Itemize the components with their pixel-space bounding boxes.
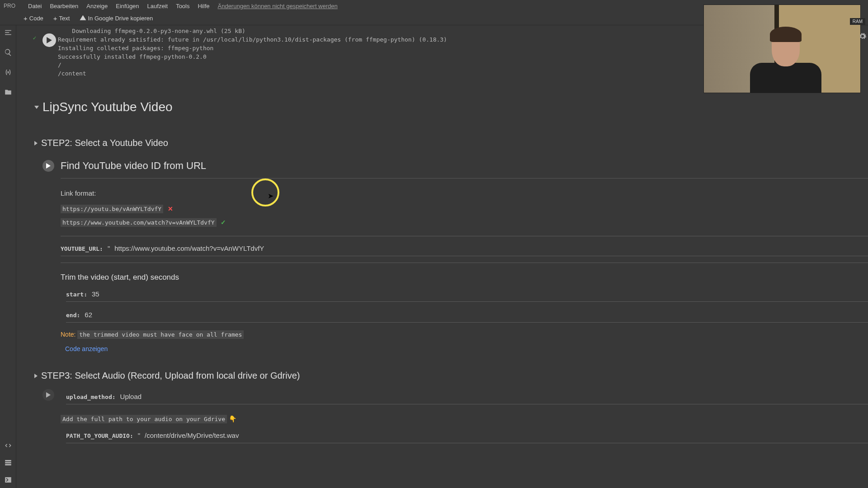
section-header-lipsync[interactable]: LipSync Youtube Video [34,100,868,117]
pro-badge: PRO [4,3,15,9]
param-label: start: [66,291,87,298]
code-snippets-icon[interactable] [4,441,13,450]
param-youtube-url: YOUTUBE_URL: " [61,236,868,256]
left-rail [0,25,16,488]
path-to-audio-input[interactable] [145,432,868,439]
link-example-good: https://www.youtube.com/watch?v=vAnWYLTd… [61,219,868,226]
chevron-down-icon [34,106,39,109]
upload-method-select[interactable] [120,393,868,400]
link-code-good: https://www.youtube.com/watch?v=vAnWYLTd… [61,218,217,227]
webcam-overlay [703,5,861,93]
run-cell-button[interactable] [42,389,54,401]
end-input[interactable] [85,311,868,319]
save-notice[interactable]: Änderungen können nicht gespeichert werd… [218,3,338,9]
run-cell-button[interactable] [42,33,56,47]
plus-icon: + [24,14,28,22]
section-header-step3[interactable]: STEP3: Select Audio (Record, Upload from… [34,371,868,381]
form-title: Find YouTube video ID from URL [61,160,868,178]
param-start: start: [66,286,868,302]
menu-tools[interactable]: Tools [176,3,189,9]
section-step3: STEP3: Select Audio (Record, Upload from… [34,357,868,381]
check-icon: ✓ [221,219,226,226]
variables-icon[interactable] [4,68,13,77]
param-upload-method: upload_method: [66,389,868,404]
menu-file[interactable]: Datei [28,3,42,9]
note-row: Note: the trimmed video must have face o… [61,323,868,343]
menu-edit[interactable]: Bearbeiten [50,3,78,9]
drive-icon [80,15,86,22]
param-label: PATH_TO_YOUR_AUDIO: [66,432,133,439]
add-code-button[interactable]: + Code [20,13,47,23]
menu-insert[interactable]: Einfügen [116,3,139,9]
section-step2: STEP2: Select a Youtube Video [34,117,868,148]
add-code-label: Code [29,15,43,22]
menu-help[interactable]: Hilfe [198,3,209,9]
add-text-label: Text [59,15,70,22]
section-header-step2[interactable]: STEP2: Select a Youtube Video [34,138,868,148]
x-icon: ✕ [168,205,173,212]
form-cell-audio: upload_method: Add the full path to your… [42,389,868,443]
search-icon[interactable] [4,48,13,57]
plus-icon: + [53,14,57,22]
point-down-icon: 👇 [229,415,236,422]
cell-success-icon: ✓ [33,35,37,41]
left-rail-bottom [0,441,16,488]
link-code-bad: https://youtu.be/vAnWYLTdvfY [61,205,163,213]
audio-path-hint: Add the full path to your audio on your … [61,404,868,428]
param-label: upload_method: [66,394,116,400]
gear-icon[interactable] [858,32,867,41]
chevron-right-icon [34,141,38,145]
quote-prefix: " [138,432,140,439]
copy-to-drive-button[interactable]: In Google Drive kopieren [76,14,156,23]
chevron-right-icon [34,374,38,378]
step3-title: STEP3: Select Audio (Record, Upload from… [41,371,300,381]
quote-prefix: " [108,244,110,252]
trim-heading: Trim the video (start, end) seconds [61,263,868,286]
param-path-to-audio: PATH_TO_YOUR_AUDIO: " [66,428,868,443]
add-text-button[interactable]: + Text [50,13,74,23]
notebook-main: ✓ Downloading ffmpeg-0.2.0-py3-none-any.… [16,25,868,488]
command-palette-icon[interactable] [4,458,13,467]
param-end: end: [66,307,868,323]
menu-view[interactable]: Anzeige [86,3,108,9]
menu-runtime[interactable]: Laufzeit [147,3,168,9]
start-input[interactable] [92,290,868,298]
terminal-icon[interactable] [4,475,13,484]
step2-title: STEP2: Select a Youtube Video [41,138,168,148]
right-toolbar [858,32,867,41]
param-label: YOUTUBE_URL: [61,245,103,252]
note-text: the trimmed video must have face on all … [77,330,244,339]
form-cell-find-video: Find YouTube video ID from URL Link form… [42,160,868,357]
link-example-bad: https://youtu.be/vAnWYLTdvfY ✕ [61,205,868,212]
show-code-link[interactable]: Code anzeigen [61,343,868,357]
ram-badge[interactable]: RAM [850,18,865,25]
param-label: end: [66,312,80,319]
path-hint-text: Add the full path to your audio on your … [61,415,227,423]
toc-icon[interactable] [4,28,13,37]
files-icon[interactable] [4,88,13,97]
link-format-label: Link format: [61,178,868,205]
section-title: LipSync Youtube Video [42,100,173,114]
youtube-url-input[interactable] [114,244,868,252]
run-cell-button[interactable] [42,160,54,172]
note-label: Note: [61,331,75,338]
copy-to-drive-label: In Google Drive kopieren [88,15,153,22]
